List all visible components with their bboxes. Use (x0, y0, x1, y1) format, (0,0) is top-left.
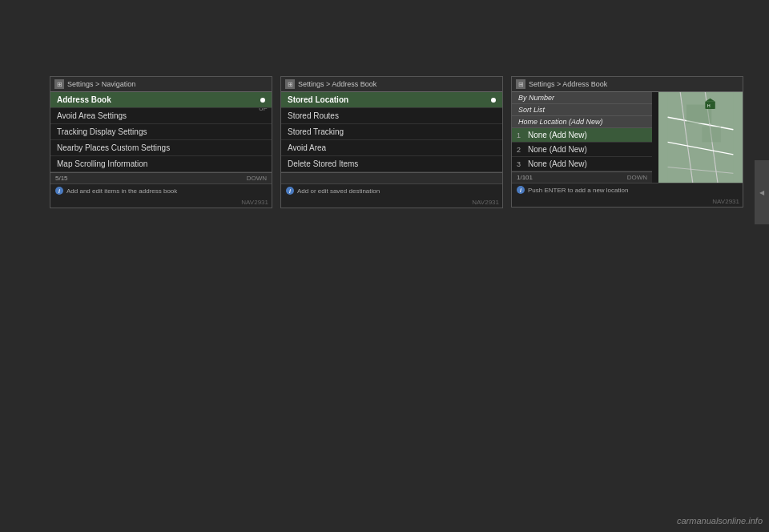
screen3-info-bar: i Push ENTER to add a new location (512, 183, 743, 196)
menu-item-address-book[interactable]: Address Book (50, 92, 272, 108)
menu-item-stored-tracking[interactable]: Stored Tracking (281, 124, 502, 140)
screen1-info-bar: i Add and edit items in the address book (50, 183, 272, 197)
menu-item-delete-stored[interactable]: Delete Stored Items (281, 156, 502, 172)
screen2-info-text: Add or edit saved destination (297, 187, 380, 195)
screen1-nav-code: NAV2931 (50, 197, 272, 208)
info-icon-1: i (55, 187, 63, 195)
screen-address-book: ⊞ Settings > Address Book Stored Locatio… (280, 76, 503, 208)
numbered-item-1[interactable]: 1 None (Add New) (512, 128, 652, 143)
screen2-breadcrumb: Settings > Address Book (298, 80, 376, 88)
screen2-page-count (286, 175, 288, 182)
sub-item-by-number[interactable]: By Number (512, 92, 652, 104)
watermark: carmanualsonline.info (677, 516, 763, 526)
screen2-menu: Stored Location Stored Routes Stored Tra… (281, 92, 502, 172)
map-svg: H (658, 92, 743, 183)
screens-container: ⊞ Settings > Navigation UP Address Book … (50, 76, 743, 208)
screen2-nav-code: NAV2931 (281, 197, 502, 208)
menu-item-map-scrolling[interactable]: Map Scrolling Information (50, 156, 272, 172)
screen3-page-count: 1/101 (517, 174, 533, 181)
right-tab-text: ◀ (759, 189, 766, 196)
screen1-header: ⊞ Settings > Navigation (50, 77, 272, 92)
info-icon-3: i (517, 186, 525, 194)
nav-icon-3: ⊞ (516, 79, 525, 89)
screen-address-book-detail: ⊞ Settings > Address Book By Number Sort… (511, 76, 743, 208)
screen-navigation: ⊞ Settings > Navigation UP Address Book … (50, 76, 272, 208)
selected-dot-2 (491, 98, 496, 103)
screen1-breadcrumb: Settings > Navigation (67, 80, 135, 88)
screen1-info-text: Add and edit items in the address book (66, 187, 177, 195)
screen3-content: By Number Sort List Home Location (Add N… (512, 92, 743, 183)
screen1-page-count: 5/15 (55, 175, 68, 182)
selected-dot (260, 98, 265, 103)
menu-item-avoid-area[interactable]: Avoid Area Settings (50, 108, 272, 124)
screen1-menu: Address Book Avoid Area Settings Trackin… (50, 92, 272, 172)
menu-item-stored-routes[interactable]: Stored Routes (281, 108, 502, 124)
info-icon-2: i (286, 187, 294, 195)
numbered-item-3[interactable]: 3 None (Add New) (512, 157, 652, 171)
map-background: H (658, 92, 743, 183)
screen2-header: ⊞ Settings > Address Book (281, 77, 502, 92)
screen3-nav-code: NAV2931 (512, 196, 743, 207)
screen2-info-bar: i Add or edit saved destination (281, 183, 502, 197)
menu-item-stored-location[interactable]: Stored Location (281, 92, 502, 108)
page-background: ⊞ Settings > Navigation UP Address Book … (0, 0, 769, 532)
svg-text:H: H (707, 103, 711, 108)
screen3-breadcrumb: Settings > Address Book (529, 80, 607, 88)
screen2-bottom-bar (281, 172, 502, 183)
sub-item-home-location[interactable]: Home Location (Add New) (512, 116, 652, 128)
nav-icon-1: ⊞ (54, 79, 64, 89)
screen1-bottom-bar: 5/15 DOWN (50, 172, 272, 183)
screen3-info-text: Push ENTER to add a new location (528, 187, 628, 194)
screen3-down-label: DOWN (627, 174, 647, 181)
numbered-item-2[interactable]: 2 None (Add New) (512, 143, 652, 157)
screen1-down-label: DOWN (247, 175, 267, 182)
menu-item-avoid-area-2[interactable]: Avoid Area (281, 140, 502, 156)
menu-item-tracking-display[interactable]: Tracking Display Settings (50, 124, 272, 140)
right-page-tab: ◀ (755, 160, 769, 224)
menu-item-nearby-places[interactable]: Nearby Places Custom Settings (50, 140, 272, 156)
nav-icon-2: ⊞ (285, 79, 295, 89)
svg-rect-7 (702, 127, 720, 142)
sub-item-sort-list[interactable]: Sort List (512, 104, 652, 116)
screen3-bottom-bar: 1/101 DOWN (512, 171, 652, 183)
screen3-header: ⊞ Settings > Address Book (512, 77, 743, 92)
screen3-menu-panel: By Number Sort List Home Location (Add N… (512, 92, 652, 183)
